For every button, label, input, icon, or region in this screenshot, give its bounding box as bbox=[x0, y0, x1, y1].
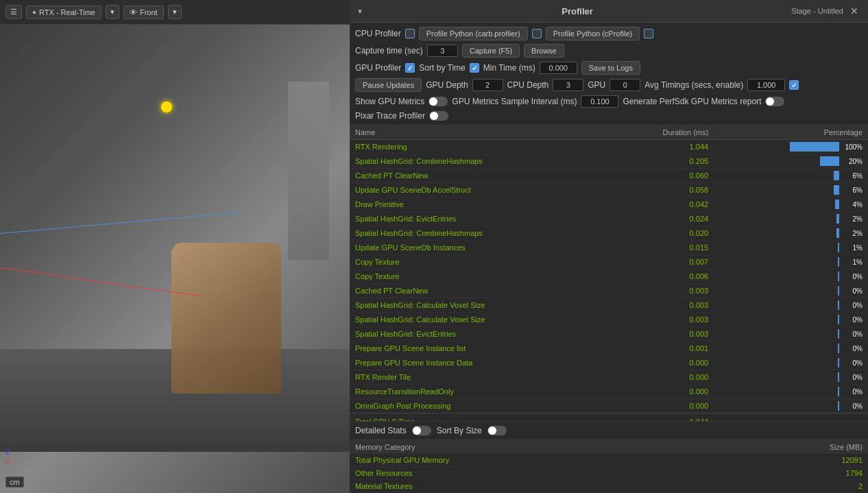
camera-icon: 👁 bbox=[130, 8, 137, 16]
panel-header-icons: Stage - Untitled ✕ bbox=[791, 4, 861, 18]
row-percentage: 0% bbox=[714, 298, 868, 313]
row-name: ResourceTransitionReadOnly bbox=[350, 385, 610, 399]
camera-button[interactable]: 👁 Front bbox=[123, 5, 164, 19]
memory-size: 1794 bbox=[714, 467, 868, 480]
profiler-table-section[interactable]: Name Duration (ms) Percentage RTX Render… bbox=[350, 125, 868, 421]
unit-badge: cm bbox=[5, 477, 24, 488]
row-percentage: 0% bbox=[714, 327, 868, 341]
avg-timings-checkbox[interactable] bbox=[789, 80, 799, 90]
profile-python-carb-checkbox[interactable] bbox=[532, 29, 542, 38]
avg-timings-input[interactable]: 1.000 bbox=[747, 79, 785, 91]
row-name: Update GPU SceneDb Instances bbox=[350, 241, 610, 255]
pixar-trace-label: Pixar Trace Profiler bbox=[355, 111, 425, 121]
row-duration: 0.003 bbox=[610, 284, 714, 298]
table-row: Spatial HashGrid: Calculate Voxel Size0.… bbox=[350, 313, 868, 327]
capture-time-input[interactable]: 3 bbox=[427, 45, 458, 57]
row-duration: 0.058 bbox=[610, 183, 714, 197]
gpu-label: GPU bbox=[588, 80, 605, 90]
view-options-btn[interactable]: ▾ bbox=[168, 5, 182, 19]
memory-row: Material Textures2 bbox=[350, 480, 868, 493]
pixar-trace-toggle[interactable] bbox=[429, 111, 448, 121]
gpu-profiler-checkbox[interactable] bbox=[405, 63, 415, 73]
total-value: 1.044 bbox=[610, 413, 714, 422]
sort-by-time-checkbox[interactable] bbox=[470, 63, 479, 73]
row-percentage: 0% bbox=[714, 284, 868, 298]
renderer-button[interactable]: ● RTX - Real-Time bbox=[26, 5, 101, 19]
memory-row: Total Physical GPU Memory12091 bbox=[350, 454, 868, 467]
cpu-depth-label: CPU Depth bbox=[507, 80, 549, 90]
row-duration: 0.003 bbox=[610, 313, 714, 327]
table-row: Copy Texture0.0060% bbox=[350, 269, 868, 284]
row-duration: 0.015 bbox=[610, 241, 714, 255]
col-pct-header[interactable]: Percentage bbox=[714, 125, 868, 140]
detailed-stats-toggle[interactable] bbox=[412, 426, 431, 435]
table-row: OmniGraph Post Processing0.0000% bbox=[350, 399, 868, 413]
view-label: Front bbox=[140, 8, 158, 16]
row-percentage: 0% bbox=[714, 269, 868, 284]
row-name: Cached PT ClearNew bbox=[350, 284, 610, 298]
capture-btn[interactable]: Capture (F5) bbox=[462, 44, 520, 58]
x-axis-label: X bbox=[5, 457, 10, 466]
pause-updates-btn[interactable]: Pause Updates bbox=[355, 78, 422, 92]
profile-python-carb-btn[interactable]: Profile Python (carb.profiler) bbox=[419, 27, 528, 40]
table-row: Copy Texture0.0071% bbox=[350, 255, 868, 269]
row-name: OmniGraph Post Processing bbox=[350, 399, 610, 413]
col-duration-header[interactable]: Duration (ms) bbox=[610, 125, 714, 140]
row-name: Spatial HashGrid: Calculate Voxel Size bbox=[350, 313, 610, 327]
table-row: Prepare GPU Scene Instance list0.0010% bbox=[350, 341, 868, 356]
cpu-profiler-checkbox[interactable] bbox=[405, 29, 415, 38]
profile-python-cprofile-btn[interactable]: Profile Python (cProfile) bbox=[546, 27, 640, 40]
row-percentage: 0% bbox=[714, 385, 868, 399]
row-name: RTX Render Tile bbox=[350, 370, 610, 385]
row-name: Spatial HashGrid: EvictEntries bbox=[350, 212, 610, 226]
row-6: Pixar Trace Profiler bbox=[355, 111, 863, 121]
memory-header-row: Memory Category Size (MB) bbox=[350, 440, 868, 454]
gpu-metrics-interval-input[interactable]: 0.100 bbox=[581, 95, 618, 108]
table-row: RTX Render Tile0.0000% bbox=[350, 370, 868, 385]
row-5: Show GPU Metrics GPU Metrics Sample Inte… bbox=[355, 95, 863, 108]
row-percentage: 6% bbox=[714, 183, 868, 197]
table-row: Spatial HashGrid: EvictEntries0.0030% bbox=[350, 327, 868, 341]
sort-by-size-toggle[interactable] bbox=[487, 426, 507, 435]
detailed-stats-label: Detailed Stats bbox=[355, 426, 407, 435]
col-name-header[interactable]: Name bbox=[350, 125, 610, 140]
panel-header: ▼ Profiler Stage - Untitled ✕ bbox=[350, 0, 868, 23]
row-percentage: 0% bbox=[714, 370, 868, 385]
gpu-depth-label: GPU Depth bbox=[426, 80, 468, 90]
sort-by-time-label: Sort by Time bbox=[419, 63, 465, 73]
row-name: Draw Primitive bbox=[350, 197, 610, 212]
row-name: Copy Texture bbox=[350, 269, 610, 284]
panel-title: Profiler bbox=[562, 6, 593, 16]
row-duration: 0.060 bbox=[610, 169, 714, 183]
profile-python-cprofile-checkbox[interactable] bbox=[644, 29, 653, 38]
close-button[interactable]: ✕ bbox=[847, 4, 861, 18]
menu-icon-btn[interactable]: ☰ bbox=[5, 5, 22, 19]
filter-icon: ▼ bbox=[357, 8, 363, 15]
generate-perfsdk-toggle[interactable] bbox=[765, 97, 784, 106]
memory-category: Other Resources bbox=[350, 467, 714, 480]
renderer-options-btn[interactable]: ▾ bbox=[106, 5, 119, 19]
save-to-logs-btn[interactable]: Save to Logs bbox=[581, 61, 640, 75]
show-gpu-metrics-toggle[interactable] bbox=[429, 97, 448, 106]
memory-category: Material Textures bbox=[350, 480, 714, 493]
row-duration: 0.007 bbox=[610, 255, 714, 269]
row-3: GPU Profiler Sort by Time Min Time (ms) … bbox=[355, 61, 863, 75]
row-percentage: 4% bbox=[714, 197, 868, 212]
row-duration: 0.024 bbox=[610, 212, 714, 226]
show-gpu-metrics-label: Show GPU Metrics bbox=[355, 97, 424, 106]
table-row: Spatial HashGrid: CombineHashmaps0.20520… bbox=[350, 154, 868, 169]
viewport: ☰ ● RTX - Real-Time ▾ 👁 Front ▾ Z X cm bbox=[0, 0, 350, 493]
row-name: Spatial HashGrid: CombineHashmaps bbox=[350, 226, 610, 241]
row-duration: 0.205 bbox=[610, 154, 714, 169]
cpu-depth-input[interactable]: 3 bbox=[553, 79, 583, 91]
row-percentage: 6% bbox=[714, 169, 868, 183]
browse-btn[interactable]: Browse bbox=[524, 44, 564, 58]
min-time-input[interactable]: 0.000 bbox=[540, 62, 577, 74]
gpu-input[interactable]: 0 bbox=[610, 79, 640, 91]
avg-timings-label: Avg Timings (secs, enable) bbox=[644, 80, 743, 90]
total-pct-empty bbox=[714, 413, 868, 422]
total-row: Total GPU-0 Time1.044 bbox=[350, 413, 868, 422]
row-percentage: 0% bbox=[714, 341, 868, 356]
gpu-depth-input[interactable]: 2 bbox=[472, 79, 503, 91]
cpu-profiler-label: CPU Profiler bbox=[355, 29, 401, 38]
